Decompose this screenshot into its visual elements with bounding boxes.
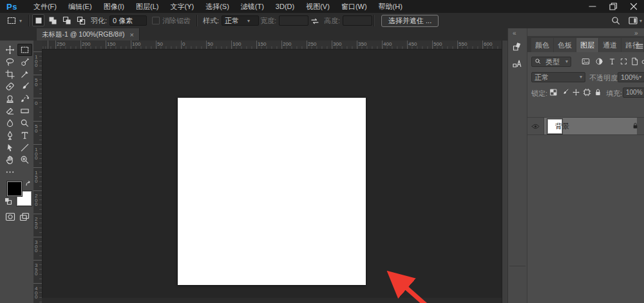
workspace-switcher-icon[interactable] (628, 15, 638, 26)
layer-row[interactable]: 背景 (527, 117, 644, 135)
menu-item-3[interactable]: 图层(L) (130, 0, 164, 13)
menu-item-7[interactable]: 3D(D) (270, 0, 300, 13)
height-input[interactable] (343, 15, 372, 26)
menu-item-4[interactable]: 文字(Y) (164, 0, 200, 13)
rectangular-marquee-tool[interactable] (17, 44, 32, 56)
canvas[interactable] (178, 98, 366, 285)
blur-tool[interactable] (3, 117, 17, 129)
default-colors-icon[interactable] (4, 197, 14, 207)
v-ruler-label: 1 0 0 (35, 148, 37, 161)
horizontal-ruler[interactable]: 2502001501005005010015020025030035040045… (42, 41, 502, 50)
search-icon[interactable] (611, 15, 621, 26)
filter-pixel-layers-icon[interactable] (582, 57, 590, 66)
close-tab-icon[interactable]: × (130, 31, 134, 39)
quick-selection-tool[interactable] (17, 56, 32, 68)
history-brush-tool[interactable] (17, 93, 32, 105)
collapse-dock-left-icon[interactable]: « (513, 30, 516, 37)
ruler-origin-corner[interactable] (33, 41, 43, 50)
document-tab[interactable]: 未标题-1 @ 100%(RGB/8#) × (37, 28, 140, 41)
character-panel-icon[interactable] (512, 58, 522, 68)
h-ruler-label: 150 (258, 41, 266, 47)
menu-items: 文件(F)编辑(E)图像(I)图层(L)文字(Y)选择(S)滤镜(T)3D(D)… (28, 0, 408, 13)
intersect-with-selection-button[interactable] (75, 14, 87, 26)
layer-filter-dropdown[interactable]: 类型 ▾ (531, 57, 571, 67)
menu-item-9[interactable]: 窗口(W) (336, 0, 373, 13)
panel-tab-颜色[interactable]: 颜色 (531, 38, 553, 52)
menu-item-5[interactable]: 选择(S) (200, 0, 235, 13)
opacity-value: 100% (621, 73, 639, 82)
move-tool[interactable] (3, 44, 17, 56)
panel-menu-icon[interactable] (634, 41, 644, 51)
menu-item-2[interactable]: 图像(I) (98, 0, 130, 13)
type-tool[interactable] (17, 129, 32, 142)
document-area[interactable]: 2502001501005005010015020025030035040045… (33, 41, 502, 303)
lasso-tool[interactable] (3, 56, 17, 68)
pen-tool[interactable] (3, 129, 17, 142)
foreground-color-swatch[interactable] (7, 181, 22, 196)
zoom-tool[interactable] (17, 154, 32, 166)
v-ruler-label: 3 0 0 (35, 241, 37, 253)
filter-type-layers-icon[interactable] (608, 57, 616, 66)
hand-tool[interactable] (3, 154, 17, 166)
path-selection-tool[interactable] (3, 142, 17, 154)
quick-mask-mode-button[interactable] (5, 212, 15, 222)
panel-tab-通道[interactable]: 通道 (599, 38, 621, 52)
fill-dropdown[interactable]: 100% (623, 87, 644, 98)
select-and-mask-button[interactable]: 选择并遮住 ... (381, 15, 439, 27)
swap-width-height-icon[interactable] (310, 16, 320, 26)
eyedropper-tool[interactable] (17, 68, 32, 80)
minimize-button[interactable] (582, 0, 603, 13)
v-ruler-label: 2 5 0 (35, 217, 37, 230)
panel-tab-图层[interactable]: 图层 (576, 38, 598, 52)
filter-toggle-icon[interactable] (639, 57, 644, 66)
gradient-tool[interactable] (17, 105, 32, 117)
v-ruler-label: 5 0 (35, 125, 37, 133)
menu-item-8[interactable]: 视图(V) (300, 0, 336, 13)
menu-item-1[interactable]: 编辑(E) (62, 0, 98, 13)
lock-artboard-icon[interactable] (583, 88, 591, 96)
horizontal-scrollbar[interactable] (42, 298, 502, 303)
add-to-selection-button[interactable] (46, 14, 59, 26)
feather-label: 羽化: (91, 16, 107, 26)
swap-colors-icon[interactable] (24, 180, 34, 190)
close-button[interactable] (623, 0, 644, 13)
lock-pixels-icon[interactable] (561, 88, 569, 96)
eye-icon (531, 122, 540, 131)
edit-toolbar[interactable] (3, 166, 17, 178)
new-selection-button[interactable] (32, 14, 44, 26)
filter-smart-objects-icon[interactable] (630, 57, 639, 66)
restore-button[interactable] (603, 0, 623, 13)
panel-tab-色板[interactable]: 色板 (554, 38, 576, 52)
opacity-dropdown[interactable]: 100% ▾ (618, 72, 644, 82)
crop-tool[interactable] (3, 68, 17, 80)
feather-input[interactable]: 0 像素 (109, 15, 147, 26)
lock-all-icon[interactable] (594, 88, 602, 96)
menu-item-0[interactable]: 文件(F) (28, 0, 62, 13)
filter-adjustment-layers-icon[interactable] (595, 57, 603, 66)
lock-transparency-icon[interactable] (549, 88, 558, 96)
screen-mode-button[interactable] (19, 212, 30, 222)
blend-mode-value: 正常 (535, 73, 549, 82)
menu-item-6[interactable]: 滤镜(T) (235, 0, 270, 13)
menu-item-10[interactable]: 帮助(H) (373, 0, 408, 13)
eraser-tool[interactable] (3, 105, 17, 117)
tool-preset-button[interactable] (6, 15, 17, 26)
line-tool[interactable] (17, 142, 32, 154)
clone-stamp-tool[interactable] (3, 93, 17, 105)
lock-position-icon[interactable] (572, 88, 580, 96)
brush-tool[interactable] (17, 80, 32, 93)
libraries-panel-icon[interactable] (512, 41, 522, 51)
photoshop-window: Ps 文件(F)编辑(E)图像(I)图层(L)文字(Y)选择(S)滤镜(T)3D… (0, 0, 644, 303)
fill-label: 填充: (606, 89, 622, 98)
blend-mode-dropdown[interactable]: 正常 ▾ (531, 72, 585, 82)
v-ruler-label: 5 0 (35, 78, 37, 87)
filter-shape-layers-icon[interactable] (620, 57, 628, 66)
width-input[interactable] (279, 15, 308, 26)
layer-visibility-toggle[interactable] (527, 118, 544, 134)
subtract-from-selection-button[interactable] (61, 14, 73, 26)
dodge-tool[interactable] (17, 117, 32, 129)
spot-healing-brush-tool[interactable] (3, 80, 17, 93)
antialias-checkbox[interactable] (152, 17, 160, 24)
style-dropdown[interactable]: 正常 (222, 15, 259, 26)
vertical-ruler[interactable]: 1 0 05 005 01 0 01 5 02 0 02 5 03 0 03 5… (33, 49, 43, 303)
